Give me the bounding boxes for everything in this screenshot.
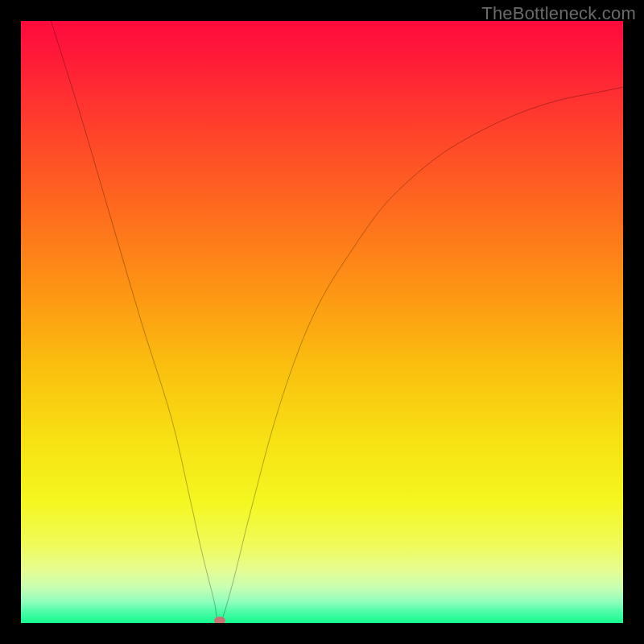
plot-area — [21, 21, 623, 623]
curve-svg — [21, 21, 623, 623]
chart-frame: TheBottleneck.com — [0, 0, 644, 644]
bottleneck-curve — [51, 21, 623, 623]
watermark-text: TheBottleneck.com — [481, 3, 636, 24]
minimum-marker — [214, 617, 225, 623]
